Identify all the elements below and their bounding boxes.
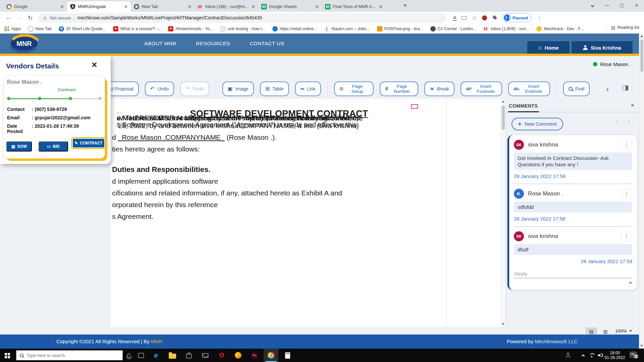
bookmark-item[interactable]: POSFlow.png - dra... [377, 26, 423, 32]
powered-brand-link[interactable]: Mechknowsoft LLC [535, 339, 578, 344]
prev-comment-icon[interactable] [616, 121, 619, 124]
tab-close-icon[interactable]: ✕ [60, 4, 64, 9]
vendor-popup-close-icon[interactable]: ✕ [91, 61, 97, 69]
comment-menu-button[interactable]: ⋮ [621, 140, 632, 150]
toolbar-button[interactable] [556, 81, 557, 96]
toolbar-button[interactable]: Page Number [380, 81, 418, 96]
forward-button[interactable]: → [15, 14, 24, 21]
bookmark-item[interactable]: Afrotechmods - Yo... [168, 26, 213, 32]
page-scroll-thumb[interactable] [640, 40, 643, 72]
reply-input[interactable] [514, 269, 632, 278]
document-scrollbar[interactable] [500, 99, 505, 327]
bookmark-item[interactable]: What is a resistor? -... [113, 26, 161, 32]
nav-link[interactable]: CONTACT US [250, 41, 284, 47]
print-layout-button[interactable]: ▤ [586, 327, 597, 335]
toolbar-button[interactable]: Undo [145, 81, 174, 96]
comment-menu-button[interactable]: ⋮ [621, 189, 632, 199]
toolbar-button[interactable]: Redo [180, 81, 209, 96]
chrome-taskbar-active[interactable] [264, 349, 278, 362]
address-bar[interactable]: ⚠ Not secure mechknow.com/SampleWorks/MN… [38, 13, 446, 23]
browser-tab[interactable]: Final Tests of MNR AI Mapping S ✕ [322, 1, 386, 12]
zoom-control[interactable]: 100% [615, 328, 632, 334]
scroll-down-icon[interactable] [502, 323, 504, 325]
collapse-thread-icon[interactable] [629, 280, 632, 286]
browser-menu-icon[interactable]: ⋮ [537, 15, 542, 21]
back-button[interactable]: ← [4, 14, 13, 21]
browser-tab[interactable]: Inbox (188) - suri@mechknowso ✕ [195, 1, 258, 12]
bid-button[interactable]: ▭BID [39, 141, 68, 152]
comment-menu-button[interactable]: ⋮ [621, 231, 632, 241]
nav-link[interactable]: RESOURCES [196, 41, 230, 47]
toolbar-button[interactable]: Insert Endnote [508, 81, 550, 96]
sow-button[interactable]: ▤SOW [6, 141, 32, 152]
extensions-puzzle-icon[interactable] [492, 15, 497, 20]
footer-brand-link[interactable]: MNR [151, 339, 162, 344]
toolbar-button[interactable] [327, 81, 328, 96]
tab-close-icon[interactable]: ✕ [187, 4, 192, 9]
reload-button[interactable]: ↻ [25, 14, 35, 21]
bookmark-item[interactable]: C# Corner : Lookin... [430, 26, 476, 32]
action-center-icon[interactable]: 1 [630, 352, 636, 357]
close-window-button[interactable]: × [629, 2, 644, 8]
taskbar-search[interactable] [16, 350, 123, 360]
home-button[interactable]: ⌂ Home [527, 41, 570, 54]
page-scrollbar[interactable] [639, 34, 644, 349]
store-icon[interactable] [185, 351, 193, 359]
bookmark-item[interactable]: 20 Short Life Quote... [59, 26, 106, 32]
user-menu-button[interactable]: Siva Krishna [572, 41, 633, 54]
send-to-devices-icon[interactable] [462, 16, 467, 20]
minimize-button[interactable]: — [600, 3, 614, 8]
new-comment-button[interactable]: + New Comment [512, 118, 563, 130]
bookmark-item[interactable]: Mechtrack - Dev - F... [536, 26, 584, 32]
start-button-icon[interactable] [5, 353, 7, 355]
bookmark-item[interactable]: https://retail.online... [272, 26, 317, 32]
bookmark-item[interactable]: New Tab [28, 26, 52, 32]
page-scroll-down-icon[interactable] [640, 345, 643, 347]
calculator-icon[interactable] [283, 351, 291, 359]
profile-paused-badge[interactable]: Paused [502, 13, 532, 22]
toolbar-button[interactable]: Page Setup [334, 81, 374, 96]
contract-button[interactable]: ✎CONTRACT [72, 138, 105, 148]
bookmark-star-icon[interactable]: ☆ [472, 14, 477, 21]
web-layout-button[interactable]: ▥ [600, 327, 611, 335]
mnr-logo[interactable]: MNR [8, 34, 40, 53]
volume-icon[interactable] [596, 351, 604, 359]
nav-link[interactable]: ABOUT MNR [144, 41, 176, 47]
adblock-extension-icon[interactable] [482, 15, 487, 20]
toolbar-button[interactable]: Break [424, 81, 454, 96]
wifi-icon[interactable] [588, 351, 596, 359]
tab-close-icon[interactable]: ✕ [379, 4, 383, 9]
toolbar-button[interactable]: Table [260, 81, 289, 96]
translate-icon[interactable]: A [453, 15, 457, 21]
bookmark-item[interactable]: Inbox (1,609) - suri... [483, 26, 529, 32]
toolbar-button[interactable]: Link [295, 81, 321, 96]
tab-close-icon[interactable]: ✕ [251, 4, 255, 9]
side-panel-toggle-icon[interactable] [623, 85, 628, 90]
toolbar-button[interactable]: Insert Footnote [461, 81, 502, 96]
toolbar-overflow-chevron[interactable] [606, 86, 608, 92]
adobe-app-icon[interactable]: Ps [251, 351, 259, 359]
reading-list-button[interactable]: ▤ Reading list [611, 25, 639, 30]
document-viewport[interactable]: SOFTWARE DEVELOPMENT CONTRACTs Software … [111, 99, 500, 327]
maximize-button[interactable]: ▢ [614, 3, 629, 8]
file-explorer-icon[interactable] [168, 351, 176, 359]
page-scroll-up-icon[interactable] [640, 35, 643, 37]
taskbar-clock[interactable]: 18:00 01-28-2022 [604, 351, 626, 360]
toolbar-button[interactable] [216, 81, 216, 96]
comments-close-icon[interactable]: × [631, 102, 634, 109]
edge-icon[interactable]: e [152, 351, 160, 359]
comment-anchor-marker[interactable] [411, 104, 418, 109]
firefox-icon[interactable] [234, 351, 242, 359]
bookmark-item[interactable]: unit testing - how t... [220, 26, 265, 32]
people-tray-icon[interactable] [565, 351, 573, 359]
browser-tab[interactable]: Google Sheets ✕ [258, 1, 322, 12]
bookmark-item[interactable]: Naukri.com – Jobs... [324, 26, 370, 32]
toolbar-button[interactable]: Find [563, 81, 590, 96]
toolbar-button[interactable]: Image [222, 81, 254, 96]
mail-icon[interactable] [201, 351, 209, 359]
bookmark-item[interactable]: Apps [4, 26, 21, 32]
browser-tab[interactable]: MNRUIAngular ✕ [67, 1, 131, 12]
tray-expand-icon[interactable] [579, 351, 587, 359]
taskbar-search-input[interactable] [26, 353, 119, 358]
tab-close-icon[interactable]: ✕ [124, 4, 128, 9]
